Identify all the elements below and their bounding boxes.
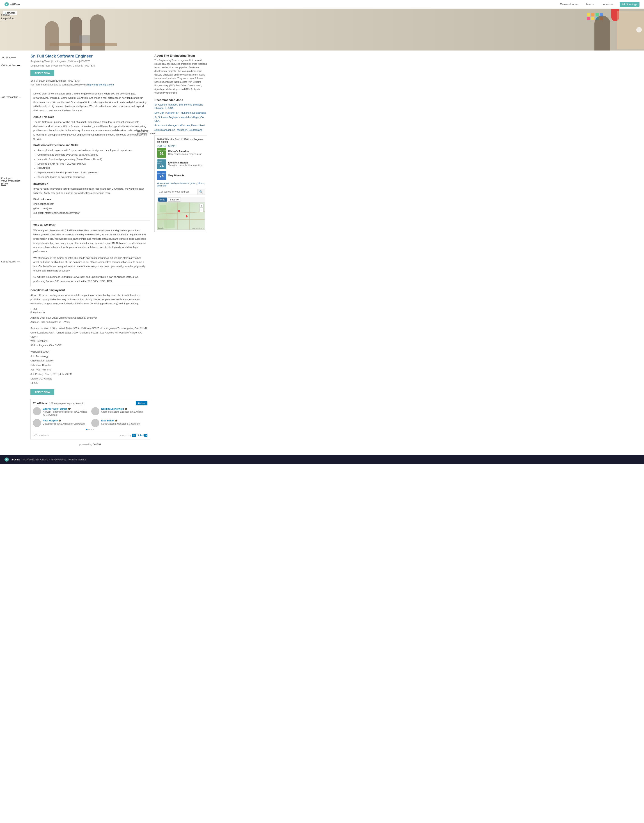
evp-text3: CJ Affiliate is a business unit within C…: [33, 275, 147, 283]
dot-2[interactable]: [90, 429, 92, 430]
evp-section: Why CJ Affiliate? We're a great place to…: [31, 221, 150, 286]
map-pin-1: [178, 209, 181, 213]
score-address: 10960 Wilshire Blvd #1950 Los Angeles CA…: [157, 138, 205, 143]
bike-score-row: Bike Score 74 Very Bikeable: [157, 171, 205, 180]
person-name-3: Paul Murphy 🎓: [43, 419, 85, 422]
skill-item: Accomplished engineer with 5+ years of s…: [37, 148, 147, 153]
linkedin-logo: in: [132, 434, 136, 437]
transit-score-row: Transit Score 74 Excellent Transit Trans…: [157, 160, 205, 169]
linkedin-wordmark: Linkedin: [137, 434, 147, 436]
nav-logo: ● affiliate: [5, 2, 20, 6]
powered-by-label: powered by: [120, 434, 131, 436]
map-search-button[interactable]: 🔍: [197, 189, 205, 195]
apply-button-bottom[interactable]: APPLY NOW: [31, 389, 54, 395]
person-title-3: Data Director at CJ Affiliate by Convers…: [43, 422, 85, 425]
linkedin-pagination: [33, 429, 147, 430]
bike-score-badge: Bike Score 74: [157, 171, 166, 180]
bike-score-title: Very Bikeable: [168, 174, 184, 177]
apply-button-top[interactable]: APPLY NOW: [31, 70, 54, 76]
transit-score-badge: Transit Score 74: [157, 160, 166, 169]
transit-score-desc: Transit is convenient for most trips: [168, 164, 202, 167]
conditions-text: All job offers are contingent upon succe…: [31, 293, 150, 306]
rec-job-2[interactable]: Dev Mgr, Publisher Sr - München, Deutsch…: [155, 111, 207, 115]
map-container: Map Satellite: [157, 197, 205, 230]
rec-job-5[interactable]: Sales Manager, Sr - München, Deutschland: [155, 128, 207, 132]
skill-item: Bachelor's degree or equivalent experien…: [37, 175, 147, 180]
in-network-label: In Your Network: [33, 434, 49, 436]
hero-next-arrow[interactable]: ›: [636, 27, 642, 32]
skill-item: Desire to do XP, full time TDD, your own…: [37, 162, 147, 166]
job-id-line: Sr. Full Stack Software Engineer - (0097…: [31, 79, 150, 82]
skills-list: Accomplished engineer with 5+ years of s…: [33, 148, 147, 180]
nav-all-openings[interactable]: All Openings: [619, 2, 639, 7]
nav-careers-home[interactable]: Careers Home: [558, 2, 579, 7]
page-footer: ● affiliate POWERED BY ONGIG · Privacy P…: [0, 455, 644, 464]
linkedin-widget: CJ Affiliate - 137 employees in your net…: [31, 399, 150, 439]
rec-job-4[interactable]: Sr. Account Manager - München, Deutschla…: [155, 124, 207, 127]
skill-item: Experience with JavaScript and ReactJS a…: [37, 170, 147, 175]
person-name-4: Elsa Baker 🎓: [101, 419, 140, 422]
annotation-evp: Employee Value Proposition (EVP): [1, 177, 20, 186]
interested-heading: Interested?: [33, 182, 147, 185]
person-title-1: Network Performance Director at CJ Affil…: [43, 410, 89, 417]
more-scores-link[interactable]: View map of nearby restaurants, grocery …: [157, 182, 205, 187]
map-tab-map[interactable]: Map: [158, 198, 167, 201]
intro-section: Do you want to work in a fun, smart, and…: [31, 89, 150, 218]
rec-job-1[interactable]: Sr. Account Manager, Self-Service Soluti…: [155, 103, 207, 110]
avatar-2: [91, 407, 100, 415]
recommended-jobs-section: Recommended Jobs Sr. Account Manager, Se…: [155, 98, 207, 132]
map-zoom-in[interactable]: +: [199, 204, 204, 208]
find-out-links: engineering.cj.com github.com/cjdev our …: [33, 202, 147, 215]
contact-line: For more information and to contact us, …: [31, 83, 150, 86]
scores-tab[interactable]: SCORES: [157, 145, 166, 147]
person-name-1: George "Dev" Yuhba 🎓: [43, 407, 89, 410]
interested-text: If you're ready to leverage your proven …: [33, 187, 147, 195]
conditions-heading: Conditions of Employment: [31, 289, 150, 292]
annotation-job-desc: Job Description: [1, 95, 21, 98]
nav-teams[interactable]: Teams: [584, 2, 595, 7]
role-heading: About This Role: [33, 115, 147, 118]
linkedin-person-1: George "Dev" Yuhba 🎓 Network Performance…: [33, 407, 89, 417]
skill-item: Interest in functional programming (Scal…: [37, 157, 147, 162]
skill-item: SQL/NoSQL: [37, 166, 147, 170]
about-team-text: The Engineering Team is organized into s…: [155, 58, 207, 95]
dot-3[interactable]: [93, 429, 94, 430]
meta-fields: Westwood 90024 Job: Technology Organizat…: [31, 350, 150, 385]
main-content: Sr. Full Stack Software Engineer Enginee…: [29, 51, 153, 450]
dot-active[interactable]: [86, 429, 87, 430]
map-search-input[interactable]: [157, 189, 197, 194]
walk-score-desc: Daily errands do not require a car: [168, 153, 201, 156]
walkscore-section: 10960 Wilshire Blvd #1950 Los Angeles CA…: [155, 135, 207, 232]
annotation-feature-image: Feature Image/Video: [1, 13, 15, 21]
about-team-title: About The Engineering Team: [155, 54, 207, 57]
transit-score-title: Excellent Transit: [168, 161, 202, 164]
evp-heading: Why CJ Affiliate?: [33, 223, 147, 227]
find-out-heading: Find out more:: [33, 198, 147, 201]
evp-text1: We're a great place to work! CJ Affiliat…: [33, 229, 147, 254]
linkedin-person-3: Paul Murphy 🎓 Data Director at CJ Affili…: [33, 419, 89, 427]
map-pin-2: [185, 215, 188, 218]
conditions-section: Conditions of Employment All job offers …: [31, 289, 150, 306]
walk-score-row: Walk Score 91 Walker's Paradise Daily er…: [157, 148, 205, 158]
map-tab-satellite[interactable]: Satellite: [168, 198, 181, 201]
rec-job-3[interactable]: Sr. Software Engineer - Westlake Village…: [155, 116, 207, 123]
person-title-2: Client Integrations Engineer at CJ Affil…: [101, 410, 143, 413]
walk-score-title: Walker's Paradise: [168, 150, 201, 153]
nav-bar: ● affiliate Careers Home Teams Locations…: [0, 0, 644, 9]
contact-link[interactable]: http://engneering.cj.com: [87, 83, 114, 86]
annotations-column: Feature Image/Video Job Title Call-to-Ac…: [0, 51, 29, 450]
dot-1[interactable]: [88, 429, 90, 430]
avatar-1: [33, 407, 41, 415]
nav-locations[interactable]: Locations: [600, 2, 615, 7]
avatar-3: [33, 419, 41, 427]
map-zoom-out[interactable]: −: [199, 208, 204, 212]
graph-tab[interactable]: GRAPH: [168, 145, 176, 147]
avatar-4: [91, 419, 100, 427]
person-title-4: Senior Account Manager at CJ Affiliate: [101, 422, 140, 425]
annotation-job-title: Job Title: [1, 56, 16, 59]
hero-image: ● affiliate ›: [0, 9, 644, 51]
linkedin-footer: In Your Network powered by in Linkedin: [33, 432, 147, 437]
skill-item: Commitment to automate everything: build…: [37, 153, 147, 157]
linkedin-follow-button[interactable]: Follow: [136, 401, 147, 405]
footer-logo-text: affiliate: [11, 458, 20, 461]
